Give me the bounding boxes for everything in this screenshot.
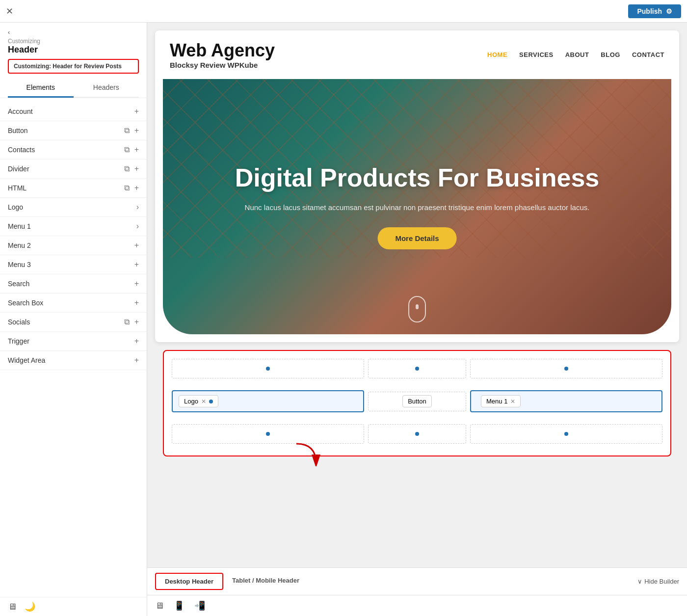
list-item[interactable]: Menu 1 › xyxy=(0,217,147,236)
tablet-view-icon[interactable]: 📱 xyxy=(174,600,185,611)
publish-button[interactable]: Publish ⚙ xyxy=(628,4,681,18)
element-actions: + xyxy=(134,337,139,346)
builder-slot-empty[interactable] xyxy=(172,424,364,444)
tab-headers[interactable]: Headers xyxy=(74,79,139,98)
element-label: Button xyxy=(8,127,27,134)
element-label: Contacts xyxy=(8,146,35,154)
list-item[interactable]: Logo › xyxy=(0,198,147,217)
list-item[interactable]: Button ⧉ + xyxy=(0,121,147,140)
element-label: Logo xyxy=(8,203,23,211)
list-item[interactable]: Search + xyxy=(0,274,147,294)
element-actions: ⧉ + xyxy=(124,164,139,173)
customizing-label: Customizing: Header for Review Posts xyxy=(8,59,139,74)
tab-elements[interactable]: Elements xyxy=(8,79,74,98)
add-icon[interactable]: + xyxy=(134,164,139,173)
builder-slot-empty[interactable] xyxy=(172,359,364,378)
add-icon[interactable]: + xyxy=(134,337,139,346)
button-tag[interactable]: Button xyxy=(402,395,432,407)
hero-cta-button[interactable]: More Details xyxy=(377,227,456,249)
add-icon[interactable]: + xyxy=(134,298,139,307)
builder-tabs-right: ∨ Hide Builder xyxy=(637,578,679,585)
element-label: Socials xyxy=(8,318,30,326)
add-icon[interactable]: + xyxy=(134,260,139,269)
header-builder: Logo ✕ Button Menu 1 xyxy=(163,350,671,456)
sidebar-subtitle: Customizing xyxy=(8,38,139,45)
element-actions: ⧉ + xyxy=(124,318,139,326)
nav-item-about[interactable]: ABOUT xyxy=(565,51,589,58)
slot-dot xyxy=(266,432,270,436)
list-item[interactable]: Widget Area + xyxy=(0,351,147,370)
menu1-tag-close[interactable]: ✕ xyxy=(510,398,515,405)
element-label: Menu 2 xyxy=(8,241,31,249)
element-actions: + xyxy=(134,298,139,307)
navigation-menu: HOME SERVICES ABOUT BLOG CONTACT xyxy=(487,51,664,58)
list-item[interactable]: Divider ⧉ + xyxy=(0,160,147,179)
add-icon[interactable]: + xyxy=(134,318,139,326)
builder-slot-empty[interactable] xyxy=(470,359,662,378)
list-item[interactable]: Menu 2 + xyxy=(0,236,147,255)
menu1-tag-label: Menu 1 xyxy=(486,398,507,405)
builder-tabs-left: Desktop Header Tablet / Mobile Header xyxy=(155,573,308,590)
slot-dot xyxy=(415,367,419,371)
sidebar-header: ‹ Customizing Header Customizing: Header… xyxy=(0,23,147,98)
copy-icon[interactable]: ⧉ xyxy=(124,184,130,192)
site-title: Web Agency xyxy=(170,40,275,61)
site-brand: Web Agency Blocksy Review WPKube xyxy=(170,40,275,69)
add-icon[interactable]: + xyxy=(134,107,139,116)
nav-item-contact[interactable]: CONTACT xyxy=(632,51,664,58)
builder-slot-button[interactable]: Button xyxy=(368,392,466,411)
hero-heading: Digital Products For Business xyxy=(214,164,621,192)
nav-item-blog[interactable]: BLOG xyxy=(601,51,620,58)
logo-tag-close[interactable]: ✕ xyxy=(201,398,206,405)
moon-icon[interactable]: 🌙 xyxy=(25,601,35,612)
list-item[interactable]: Search Box + xyxy=(0,294,147,313)
hide-builder-button[interactable]: ∨ Hide Builder xyxy=(637,578,679,585)
element-actions: › xyxy=(136,203,139,212)
close-icon[interactable]: ✕ xyxy=(6,6,13,17)
copy-icon[interactable]: ⧉ xyxy=(124,318,130,326)
builder-slot-middle[interactable] xyxy=(368,424,466,444)
add-icon[interactable]: + xyxy=(134,145,139,154)
add-icon[interactable]: + xyxy=(134,279,139,288)
preview-content: Web Agency Blocksy Review WPKube HOME SE… xyxy=(147,23,687,567)
list-item[interactable]: Trigger + xyxy=(0,332,147,351)
logo-tag[interactable]: Logo ✕ xyxy=(179,395,218,407)
mobile-view-icon[interactable]: 📲 xyxy=(194,600,205,611)
red-arrow-icon xyxy=(291,439,321,468)
builder-row-main: Logo ✕ Button Menu 1 xyxy=(168,386,666,416)
builder-slot-empty[interactable] xyxy=(470,424,662,444)
tab-mobile-header[interactable]: Tablet / Mobile Header xyxy=(223,573,308,590)
scroll-indicator xyxy=(408,296,426,322)
list-item[interactable]: HTML ⧉ + xyxy=(0,179,147,198)
add-icon[interactable]: + xyxy=(134,184,139,192)
tab-desktop-header[interactable]: Desktop Header xyxy=(155,573,223,590)
add-icon[interactable]: + xyxy=(134,241,139,250)
desktop-icon[interactable]: 🖥 xyxy=(8,602,17,612)
nav-item-services[interactable]: SERVICES xyxy=(519,51,554,58)
chevron-right-icon[interactable]: › xyxy=(136,222,139,231)
list-item[interactable]: Menu 3 + xyxy=(0,255,147,274)
scroll-dot xyxy=(416,304,419,309)
element-actions: ⧉ + xyxy=(124,184,139,192)
element-label: Search xyxy=(8,280,29,288)
chevron-right-icon[interactable]: › xyxy=(136,203,139,212)
add-icon[interactable]: + xyxy=(134,126,139,135)
list-item[interactable]: Contacts ⧉ + xyxy=(0,140,147,160)
copy-icon[interactable]: ⧉ xyxy=(124,145,130,154)
menu1-tag[interactable]: Menu 1 ✕ xyxy=(481,395,521,407)
list-item[interactable]: Account + xyxy=(0,102,147,121)
desktop-view-icon[interactable]: 🖥 xyxy=(155,601,164,611)
site-tagline: Blocksy Review WPKube xyxy=(170,61,275,69)
chevron-down-icon: ∨ xyxy=(637,578,642,585)
builder-slot-middle[interactable] xyxy=(368,359,466,378)
slot-dot xyxy=(564,367,568,371)
back-button[interactable]: ‹ xyxy=(8,28,139,36)
add-icon[interactable]: + xyxy=(134,356,139,365)
list-item[interactable]: Socials ⧉ + xyxy=(0,313,147,332)
copy-icon[interactable]: ⧉ xyxy=(124,126,130,135)
top-bar: ✕ Publish ⚙ xyxy=(0,0,687,23)
sidebar-tabs: Elements Headers xyxy=(8,79,139,98)
builder-slot-filled-right: Menu 1 ✕ xyxy=(470,390,662,412)
copy-icon[interactable]: ⧉ xyxy=(124,164,130,173)
nav-item-home[interactable]: HOME xyxy=(487,51,507,58)
